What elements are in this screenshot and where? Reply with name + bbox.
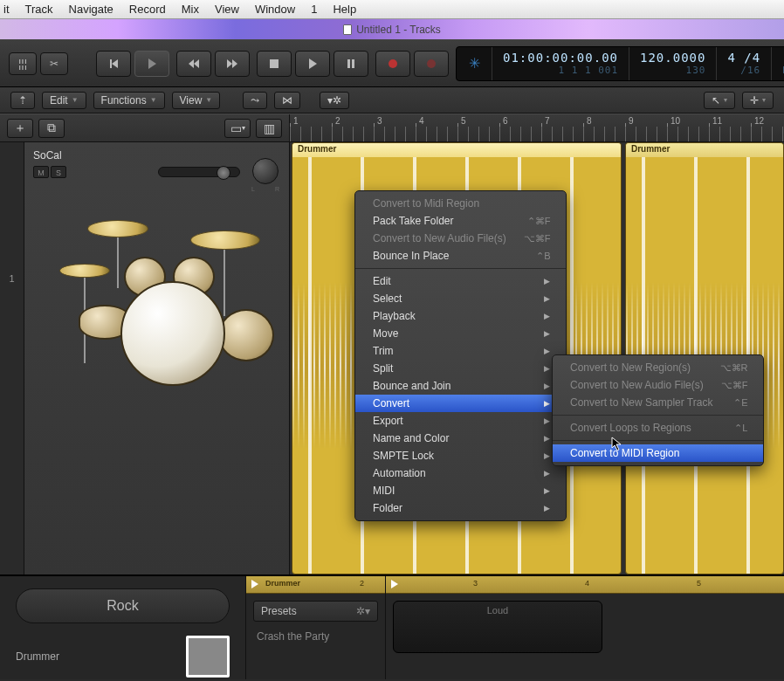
ctx-trim-submenu[interactable]: Trim▶ <box>355 342 566 360</box>
volume-slider[interactable] <box>158 167 240 177</box>
automation-curve-button[interactable]: ⤳ <box>243 92 267 109</box>
edit-menu-button[interactable]: Edit▼ <box>42 92 86 109</box>
menu-view[interactable]: View <box>215 3 239 16</box>
sub-convert-new-audio[interactable]: Convert to New Audio File(s)⌥⌘F <box>553 376 763 394</box>
mini-bar: 3 <box>473 579 478 588</box>
flex-button[interactable]: ⋈ <box>274 92 300 109</box>
genre-selector[interactable]: Rock <box>16 588 230 623</box>
mini-bar: 2 <box>360 579 364 588</box>
play-button[interactable] <box>295 51 330 77</box>
drummer-label: Drummer <box>16 650 174 663</box>
filter-button[interactable]: ▾✲ <box>320 92 349 109</box>
ruler-bar: 7 <box>545 116 550 126</box>
sub-convert-to-midi-region[interactable]: Convert to MIDI Region <box>553 444 763 462</box>
ctx-name-color-submenu[interactable]: Name and Color▶ <box>355 430 566 447</box>
menu-mix[interactable]: Mix <box>182 3 199 16</box>
volume-thumb[interactable] <box>217 166 230 180</box>
snap-menu-button[interactable]: ✛▾ <box>742 92 774 109</box>
ctx-convert-new-audio[interactable]: Convert to New Audio File(s)⌥⌘F <box>355 230 566 247</box>
region-context-menu[interactable]: Convert to Midi Region Pack Take Folder⌃… <box>354 190 567 521</box>
mute-button[interactable]: M <box>33 166 49 178</box>
ctx-move-submenu[interactable]: Move▶ <box>355 325 566 342</box>
mini-bar: 5 <box>697 579 701 588</box>
play-from-selection-button[interactable] <box>134 51 169 77</box>
ctx-convert-submenu[interactable]: Convert▶ <box>355 395 566 412</box>
mini-region-name: Drummer <box>265 579 300 588</box>
global-tracks-button[interactable]: ▭▾ <box>224 119 251 138</box>
ctx-folder-submenu[interactable]: Folder▶ <box>355 499 566 517</box>
track-name[interactable]: SoCal <box>33 149 280 162</box>
menu-edit-trunc[interactable]: it <box>3 3 10 16</box>
sub-convert-new-sampler[interactable]: Convert to New Sampler Track⌃E <box>553 394 763 411</box>
bar-ruler[interactable]: 1 2 3 4 5 6 7 8 9 10 11 12 <box>290 114 784 142</box>
ctx-midi-submenu[interactable]: MIDI▶ <box>355 482 566 499</box>
pause-button[interactable] <box>334 51 368 77</box>
ctx-select-submenu[interactable]: Select▶ <box>355 290 566 307</box>
lcd-division[interactable]: /16 <box>740 65 760 76</box>
lcd-settings-icon[interactable]: ✳ <box>457 47 492 80</box>
control-bar: ¦¦¦ ✂ ✳ 01:00:00:00.00 1 1 1 001 120.000… <box>0 40 784 87</box>
cycle-record-button[interactable] <box>414 51 449 77</box>
mini-ruler-right[interactable]: 3 4 5 <box>386 576 784 594</box>
go-to-start-button[interactable] <box>96 51 131 77</box>
stop-button[interactable] <box>257 51 292 77</box>
lcd-bars-beats[interactable]: 1 1 1 001 <box>558 65 618 76</box>
record-button[interactable] <box>375 51 410 77</box>
presets-header[interactable]: Presets ✲▾ <box>253 601 378 622</box>
track-number-column: 1 <box>0 142 24 574</box>
menu-window[interactable]: Window <box>255 3 295 16</box>
drumkit-icon <box>44 204 271 388</box>
menu-track[interactable]: Track <box>25 3 53 16</box>
functions-menu-button[interactable]: Functions▼ <box>93 92 165 109</box>
solo-button[interactable]: S <box>51 166 66 178</box>
mac-menu-bar[interactable]: it Track Navigate Record Mix View Window… <box>0 0 784 19</box>
add-track-button[interactable]: ＋ <box>7 119 33 138</box>
lcd-display[interactable]: ✳ 01:00:00:00.00 1 1 1 001 120.0000 130 … <box>456 46 784 81</box>
lcd-signature[interactable]: 4 /4 <box>727 51 760 65</box>
menu-record[interactable]: Record <box>129 3 166 16</box>
ctx-edit-submenu[interactable]: Edit▶ <box>355 272 566 290</box>
lcd-tempo-alt[interactable]: 130 <box>686 65 706 76</box>
ctx-split-submenu[interactable]: Split▶ <box>355 360 566 377</box>
menu-screenset-1[interactable]: 1 <box>311 3 317 16</box>
mini-ruler[interactable]: Drummer 2 <box>246 576 385 594</box>
ctx-bounce-join-submenu[interactable]: Bounce and Join▶ <box>355 377 566 395</box>
pan-knob[interactable]: L R <box>252 158 279 184</box>
lcd-tempo[interactable]: 120.0000 <box>640 51 705 65</box>
ctx-playback-submenu[interactable]: Playback▶ <box>355 307 566 325</box>
sub-convert-loops-regions[interactable]: Convert Loops to Regions⌃L <box>553 419 763 437</box>
forward-button[interactable] <box>215 51 250 77</box>
rewind-button[interactable] <box>176 51 211 77</box>
ctx-automation-submenu[interactable]: Automation▶ <box>355 464 566 482</box>
menu-help[interactable]: Help <box>333 3 356 16</box>
gear-icon[interactable]: ✲▾ <box>356 605 370 617</box>
presets-panel: Drummer 2 Presets ✲▾ Crash the Party <box>246 576 386 679</box>
drummer-editor-left: Rock Drummer <box>0 576 246 679</box>
ruler-bar: 2 <box>335 116 340 126</box>
library-toggle-button[interactable]: ¦¦¦ <box>9 52 37 75</box>
duplicate-track-button[interactable]: ⧉ <box>38 119 65 138</box>
pan-label-r: R <box>275 186 279 192</box>
track-header-toolbar: ＋ ⧉ ▭▾ ▥ <box>0 114 289 142</box>
toolbar-scissors-button[interactable]: ✂ <box>40 52 68 75</box>
pan-label-l: L <box>251 186 255 192</box>
preset-item[interactable]: Crash the Party <box>253 629 378 644</box>
ctx-convert-to-midi-region[interactable]: Convert to Midi Region <box>355 195 566 212</box>
ctx-export-submenu[interactable]: Export▶ <box>355 412 566 430</box>
inspector-toggle-button[interactable]: ⇡ <box>10 92 35 109</box>
ctx-smpte-submenu[interactable]: SMPTE Lock▶ <box>355 447 566 464</box>
view-menu-button[interactable]: View▼ <box>172 92 221 109</box>
lcd-timecode[interactable]: 01:00:00:00.00 <box>503 51 618 65</box>
convert-submenu[interactable]: Convert to New Region(s)⌥⌘R Convert to N… <box>552 354 764 466</box>
xy-pad[interactable]: Loud <box>393 601 602 653</box>
drummer-photo[interactable] <box>186 636 230 678</box>
ctx-pack-take-folder[interactable]: Pack Take Folder⌃⌘F <box>355 212 566 230</box>
ctx-bounce-in-place[interactable]: Bounce In Place⌃B <box>355 247 566 265</box>
sub-convert-new-regions[interactable]: Convert to New Region(s)⌥⌘R <box>553 359 763 376</box>
pointer-tool-button[interactable]: ↖▾ <box>704 92 735 109</box>
track-header[interactable]: SoCal M S L R <box>24 142 289 574</box>
ruler-bar: 10 <box>671 116 680 126</box>
track-header-panel: ＋ ⧉ ▭▾ ▥ 1 SoCal M S L R <box>0 114 290 574</box>
menu-navigate[interactable]: Navigate <box>69 3 113 16</box>
track-header-config-button[interactable]: ▥ <box>256 119 282 138</box>
